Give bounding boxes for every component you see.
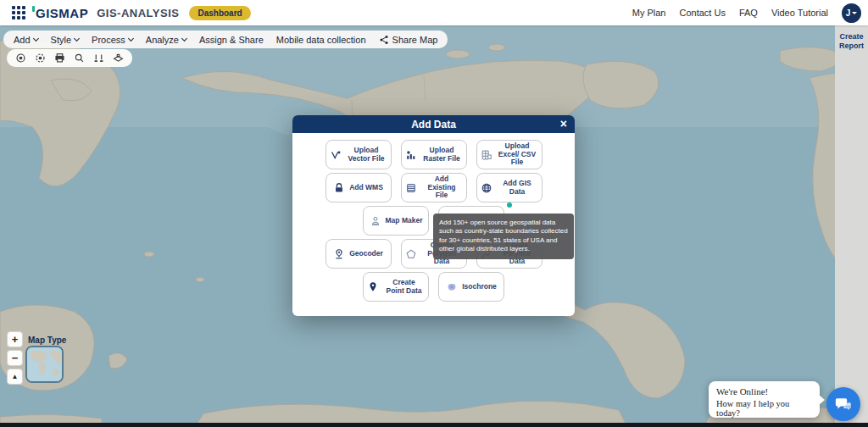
modal-title: Add Data bbox=[411, 119, 456, 130]
add-gis-data-button[interactable]: Add GIS Data bbox=[476, 173, 542, 202]
zoom-out-button[interactable]: − bbox=[7, 350, 23, 366]
chevron-down-icon bbox=[852, 12, 857, 14]
vector-file-icon bbox=[330, 149, 342, 161]
close-icon[interactable]: × bbox=[560, 116, 567, 132]
app-title: GIS-ANALYSIS bbox=[97, 7, 179, 19]
bottom-edge-bar bbox=[0, 423, 868, 427]
menu-share-map[interactable]: Share Map bbox=[379, 35, 438, 45]
app-window: GISMAP GIS-ANALYSIS Dashboard My Plan Co… bbox=[0, 0, 868, 427]
point-pin-icon bbox=[367, 281, 379, 293]
globe-icon bbox=[481, 182, 492, 194]
measure-icon[interactable] bbox=[92, 51, 106, 65]
menu-toolbar: Add Style Process Analyze Assign & Share… bbox=[3, 30, 448, 48]
chat-bubbles-icon bbox=[835, 396, 852, 413]
share-icon bbox=[379, 35, 389, 45]
nav-video-tutorial[interactable]: Video Tutorial bbox=[771, 8, 828, 18]
menu-mobile-data-collection[interactable]: Mobile data collection bbox=[276, 35, 366, 45]
chevron-down-icon bbox=[33, 35, 39, 41]
chat-button[interactable] bbox=[826, 387, 860, 421]
menu-add[interactable]: Add bbox=[14, 35, 38, 45]
gis-data-tooltip: Add 150+ open source geospatial data suc… bbox=[433, 214, 574, 259]
isochrone-button[interactable]: Isochrone bbox=[438, 272, 504, 302]
map-type-thumbnail[interactable] bbox=[25, 346, 64, 383]
menu-process[interactable]: Process bbox=[92, 35, 133, 45]
extent-icon[interactable] bbox=[33, 51, 47, 65]
add-wms-button[interactable]: Add WMS bbox=[326, 173, 392, 202]
nav-contact-us[interactable]: Contact Us bbox=[679, 8, 725, 18]
map-type-label: Map Type bbox=[28, 336, 66, 345]
menu-style[interactable]: Style bbox=[51, 35, 79, 45]
map-maker-icon bbox=[370, 215, 381, 227]
chat-greeting-bubble[interactable]: We're Online! How may I help you today? bbox=[709, 381, 820, 418]
polygon-icon bbox=[405, 248, 417, 260]
modal-header: Add Data × bbox=[292, 115, 575, 133]
print-icon[interactable] bbox=[53, 51, 67, 65]
menu-analyze[interactable]: Analyze bbox=[146, 35, 186, 45]
compass-button[interactable]: ▲ bbox=[7, 369, 23, 385]
user-avatar[interactable]: J bbox=[842, 3, 861, 23]
geocoder-button[interactable]: Geocoder bbox=[326, 239, 392, 269]
add-data-modal: Add Data × Upload Vector File Upload Ras… bbox=[292, 115, 575, 316]
gismap-logo[interactable]: GISMAP bbox=[32, 6, 88, 20]
upload-raster-file-button[interactable]: Upload Raster File bbox=[401, 140, 467, 169]
chevron-down-icon bbox=[74, 35, 80, 41]
dashboard-badge[interactable]: Dashboard bbox=[189, 6, 250, 20]
map-maker-button[interactable]: Map Maker bbox=[363, 206, 429, 236]
basemap-icon[interactable] bbox=[111, 51, 125, 65]
chevron-down-icon bbox=[181, 35, 187, 41]
raster-file-icon bbox=[405, 149, 417, 161]
chat-question: How may I help you today? bbox=[716, 399, 812, 418]
create-report-button[interactable]: Create Report bbox=[835, 32, 868, 51]
zoom-in-button[interactable]: + bbox=[7, 331, 23, 347]
search-icon[interactable] bbox=[72, 51, 86, 65]
chevron-down-icon bbox=[128, 35, 134, 41]
nav-my-plan[interactable]: My Plan bbox=[632, 8, 666, 18]
nav-faq[interactable]: FAQ bbox=[739, 8, 758, 18]
add-existing-file-button[interactable]: Add Existing File bbox=[401, 173, 467, 202]
excel-csv-icon bbox=[481, 149, 492, 161]
create-point-data-button[interactable]: Create Point Data bbox=[363, 272, 429, 302]
map-tools-toolbar bbox=[7, 49, 132, 67]
isochrone-icon bbox=[446, 281, 458, 293]
existing-file-icon bbox=[405, 182, 417, 194]
chat-status: We're Online! bbox=[716, 386, 812, 396]
right-sidebar: Create Report bbox=[835, 25, 868, 427]
app-grid-icon[interactable] bbox=[12, 6, 25, 19]
top-header: GISMAP GIS-ANALYSIS Dashboard My Plan Co… bbox=[0, 0, 868, 25]
menu-assign-share[interactable]: Assign & Share bbox=[199, 35, 264, 45]
beacon-dot bbox=[507, 202, 512, 208]
upload-excel-csv-button[interactable]: Upload Excel/ CSV File bbox=[476, 140, 542, 169]
wms-lock-icon bbox=[333, 182, 345, 194]
geocoder-icon bbox=[333, 248, 345, 260]
upload-vector-file-button[interactable]: Upload Vector File bbox=[326, 140, 392, 169]
locate-icon[interactable] bbox=[14, 51, 28, 65]
